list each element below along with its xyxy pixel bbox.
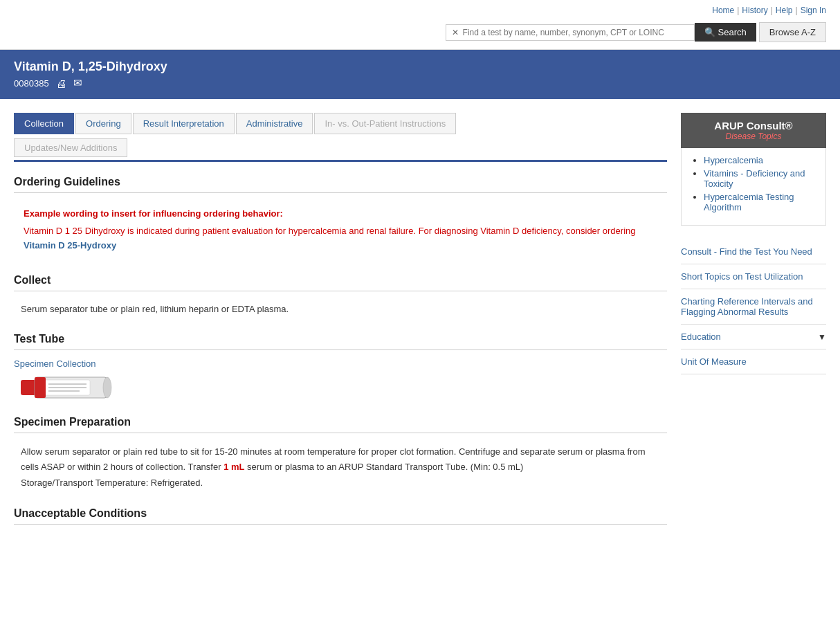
ordering-box-heading: Example wording to insert for influencin… <box>24 208 657 219</box>
specimen-prep-title: Specimen Preparation <box>14 416 667 428</box>
education-link[interactable]: Education <box>681 331 721 342</box>
sidebar: ARUP Consult® Disease Topics Hypercalcem… <box>681 113 826 538</box>
test-meta: 0080385 🖨 ✉ <box>14 77 826 89</box>
unacceptable-divider <box>14 524 667 525</box>
sidebar-link-unit-of-measure: Unit Of Measure <box>681 349 826 374</box>
search-icon: 🔍 <box>704 27 715 37</box>
test-tube-title: Test Tube <box>14 333 667 345</box>
unit-of-measure-link[interactable]: Unit Of Measure <box>681 356 747 367</box>
short-topics-link[interactable]: Short Topics on Test Utilization <box>681 271 803 282</box>
browse-az-button[interactable]: Browse A-Z <box>759 22 826 42</box>
sidebar-link-consult: Consult - Find the Test You Need <box>681 239 826 264</box>
sidebar-link-education[interactable]: Education ▼ <box>681 325 826 349</box>
nav-separator-2: | <box>771 6 773 15</box>
signin-link[interactable]: Sign In <box>801 6 826 15</box>
test-number: 0080385 <box>14 78 49 89</box>
sidebar-link-short-topics: Short Topics on Test Utilization <box>681 264 826 289</box>
sidebar-links: Consult - Find the Test You Need Short T… <box>681 239 826 374</box>
prep-storage: Storage/Transport Temperature: Refrigera… <box>21 478 203 488</box>
print-icon[interactable]: 🖨 <box>56 78 66 89</box>
nav-separator-3: | <box>796 6 798 15</box>
tab-result-interpretation[interactable]: Result Interpretation <box>133 113 235 134</box>
disease-topic-hypercalcemia[interactable]: Hypercalcemia <box>704 155 763 165</box>
charting-reference-link[interactable]: Charting Reference Intervals and Flaggin… <box>681 296 813 317</box>
home-link[interactable]: Home <box>712 6 734 15</box>
ordering-text-prefix: Vitamin D 1 25 Dihydroxy is indicated du… <box>24 226 635 236</box>
specimen-prep-section: Specimen Preparation Allow serum separat… <box>14 416 667 493</box>
prep-text-highlight: 1 mL <box>223 462 244 472</box>
svg-rect-3 <box>35 377 46 398</box>
chevron-down-icon: ▼ <box>818 332 826 342</box>
search-button[interactable]: 🔍 Search <box>695 23 756 42</box>
tube-svg <box>21 374 118 402</box>
specimen-prep-text: Allow serum separator or plain red tube … <box>14 442 667 493</box>
tab-administrative[interactable]: Administrative <box>236 113 313 134</box>
specimen-collection-link[interactable]: Specimen Collection <box>14 358 667 369</box>
svg-rect-0 <box>21 380 36 395</box>
main-container: Collection Ordering Result Interpretatio… <box>0 99 840 552</box>
tab-inpatient-outpatient[interactable]: In- vs. Out-Patient Instructions <box>314 113 456 134</box>
test-tube-section: Test Tube Specimen Collection <box>14 333 667 402</box>
unacceptable-title: Unacceptable Conditions <box>14 507 667 520</box>
prep-text-part4: serum or plasma to an ARUP Standard Tran… <box>247 462 523 472</box>
ordering-box: Example wording to insert for influencin… <box>14 201 667 260</box>
test-tube-divider <box>14 349 667 350</box>
arup-consult-header: ARUP Consult® Disease Topics <box>681 113 826 148</box>
disease-topics-box: Hypercalcemia Vitamins - Deficiency and … <box>681 148 826 226</box>
collect-text: Serum separator tube or plain red, lithi… <box>14 300 667 320</box>
search-input[interactable] <box>463 28 688 37</box>
page-header: Vitamin D, 1,25-Dihydroxy 0080385 🖨 ✉ <box>0 50 840 99</box>
top-navigation: Home | History | Help | Sign In <box>0 0 840 18</box>
test-title: Vitamin D, 1,25-Dihydroxy <box>14 60 826 74</box>
search-bar: ✕ 🔍 Search Browse A-Z <box>0 18 840 50</box>
nav-separator-1: | <box>737 6 739 15</box>
sidebar-link-charting: Charting Reference Intervals and Flaggin… <box>681 289 826 325</box>
tab-ordering[interactable]: Ordering <box>75 113 131 134</box>
email-icon[interactable]: ✉ <box>73 77 82 89</box>
history-link[interactable]: History <box>742 6 767 15</box>
specimen-prep-divider <box>14 433 667 433</box>
disease-topic-algorithm[interactable]: Hypercalcemia Testing Algorithm <box>704 192 794 212</box>
list-item: Vitamins - Deficiency and Toxicity <box>704 168 816 189</box>
consult-find-test-link[interactable]: Consult - Find the Test You Need <box>681 246 812 257</box>
search-input-wrap: ✕ <box>446 24 695 41</box>
collect-title: Collect <box>14 274 667 287</box>
collect-section: Collect Serum separator tube or plain re… <box>14 274 667 320</box>
tube-image <box>21 374 667 402</box>
list-item: Hypercalcemia Testing Algorithm <box>704 192 816 212</box>
subtab-updates[interactable]: Updates/New Additions <box>14 138 127 157</box>
vitamin-d-link[interactable]: Vitamin D 25-Hydroxy <box>24 240 116 251</box>
help-link[interactable]: Help <box>776 6 793 15</box>
search-label: Search <box>718 27 747 37</box>
list-item: Hypercalcemia <box>704 155 816 165</box>
prep-text-part1: Allow serum separator or plain red tube … <box>21 446 456 457</box>
ordering-guidelines-section: Ordering Guidelines Example wording to i… <box>14 176 667 260</box>
tabs: Collection Ordering Result Interpretatio… <box>14 113 667 134</box>
ordering-guidelines-divider <box>14 192 667 193</box>
ordering-box-body: Vitamin D 1 25 Dihydroxy is indicated du… <box>24 224 657 253</box>
consult-subtitle: Disease Topics <box>691 131 816 141</box>
tab-collection[interactable]: Collection <box>14 113 74 134</box>
clear-search-button[interactable]: ✕ <box>452 28 459 37</box>
ordering-guidelines-title: Ordering Guidelines <box>14 176 667 188</box>
collect-divider <box>14 291 667 291</box>
disease-topics-list: Hypercalcemia Vitamins - Deficiency and … <box>691 155 816 212</box>
tabs-divider <box>14 160 667 162</box>
svg-point-4 <box>103 377 111 398</box>
content-area: Collection Ordering Result Interpretatio… <box>14 113 667 538</box>
consult-title: ARUP Consult® <box>691 120 816 131</box>
disease-topic-vitamins[interactable]: Vitamins - Deficiency and Toxicity <box>704 168 805 189</box>
unacceptable-section: Unacceptable Conditions <box>14 507 667 525</box>
